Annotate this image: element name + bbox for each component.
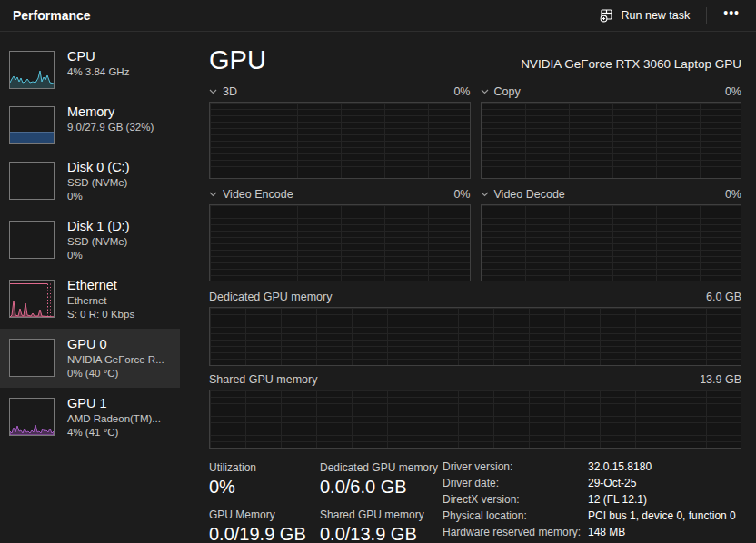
memory-chart-label: Shared GPU memory	[209, 373, 317, 386]
detail-value: 12 (FL 12.1)	[588, 493, 741, 507]
stat-label: Utilization	[209, 460, 320, 475]
gpu-detail-panel: GPU NVIDIA GeForce RTX 3060 Laptop GPU 3…	[180, 32, 756, 543]
chart-label: Video Decode	[494, 188, 565, 201]
detail-key: Hardware reserved memory:	[443, 526, 586, 539]
detail-value: 32.0.15.8180	[588, 460, 741, 474]
engine-charts-grid: 3D 0% Copy 0%	[209, 84, 741, 290]
sidebar-item-title: CPU	[67, 48, 129, 65]
sidebar-item-title: Disk 1 (D:)	[67, 218, 129, 235]
gpu0-mini-chart	[9, 339, 55, 377]
sidebar-item-title: Disk 0 (C:)	[67, 159, 129, 176]
chart-block-video-decode: Video Decode 0%	[481, 187, 742, 281]
sidebar-item-detail: 4% (41 °C)	[67, 426, 161, 439]
disk1-mini-chart	[9, 221, 55, 259]
shared-memory-block: Shared GPU memory 13.9 GB	[209, 372, 741, 449]
chart-block-3d: 3D 0%	[209, 84, 471, 179]
chart-block-video-encode: Video Encode 0%	[209, 187, 471, 281]
top-bar: Performance Run new task •••	[0, 0, 756, 32]
chart-block-copy: Copy 0%	[481, 84, 742, 179]
gpu-device-name: NVIDIA GeForce RTX 3060 Laptop GPU	[521, 57, 741, 75]
memory-chart-label: Dedicated GPU memory	[209, 291, 332, 303]
stat-label: GPU Memory	[209, 508, 320, 522]
run-new-task-label: Run new task	[622, 9, 691, 22]
memory-chart-capacity: 13.9 GB	[700, 373, 741, 386]
sidebar-item-memory[interactable]: Memory 9.0/27.9 GB (32%)	[0, 96, 180, 152]
gpu-panel-title: GPU	[209, 44, 266, 75]
detail-value: 148 MB	[588, 526, 741, 539]
chart-label: 3D	[223, 85, 237, 98]
sidebar-item-detail: SSD (NVMe)	[67, 235, 129, 249]
sidebar-item-title: Memory	[67, 104, 154, 121]
memory-chart-capacity: 6.0 GB	[706, 291, 741, 303]
memory-mini-chart	[9, 106, 55, 144]
sidebar-item-detail: 0% (40 °C)	[67, 367, 164, 380]
chevron-down-icon[interactable]	[481, 89, 489, 94]
top-bar-actions: Run new task •••	[592, 4, 747, 27]
sidebar-item-cpu[interactable]: CPU 4% 3.84 GHz	[0, 41, 180, 96]
sidebar-item-title: GPU 0	[67, 336, 164, 353]
sidebar-item-detail: S: 0 R: 0 Kbps	[67, 308, 134, 321]
sidebar-item-detail: 0%	[67, 249, 129, 262]
run-new-task-button[interactable]: Run new task	[592, 5, 698, 26]
chart-utilization-value: 0%	[725, 85, 741, 98]
sidebar-item-detail: AMD Radeon(TM)...	[67, 412, 161, 426]
sidebar-item-detail: 9.0/27.9 GB (32%)	[67, 121, 154, 134]
chart-video-decode[interactable]	[481, 204, 742, 281]
chart-shared-gpu-memory[interactable]	[209, 390, 741, 449]
chart-utilization-value: 0%	[453, 85, 470, 98]
sidebar-item-detail: 4% 3.84 GHz	[67, 65, 129, 79]
chart-utilization-value: 0%	[453, 188, 470, 201]
chart-label: Video Encode	[223, 188, 293, 201]
stat-value: 0.0/13.9 GB	[320, 522, 443, 543]
sidebar-item-detail: NVIDIA GeForce R...	[67, 353, 164, 367]
sidebar-item-title: Ethernet	[67, 277, 134, 294]
sidebar-item-ethernet[interactable]: Ethernet Ethernet S: 0 R: 0 Kbps	[0, 270, 180, 329]
stat-label: Dedicated GPU memory	[320, 460, 443, 475]
sidebar-item-title: GPU 1	[67, 395, 161, 412]
sidebar-item-detail: Ethernet	[67, 294, 134, 308]
ethernet-mini-chart	[9, 280, 55, 318]
chevron-down-icon[interactable]	[209, 192, 217, 197]
chart-3d[interactable]	[209, 102, 471, 179]
detail-key: Driver date:	[443, 477, 586, 490]
dedicated-memory-block: Dedicated GPU memory 6.0 GB	[209, 290, 741, 366]
gpu-header: GPU NVIDIA GeForce RTX 3060 Laptop GPU	[209, 44, 741, 75]
gpu-stats: Utilization 0% GPU Memory 0.0/19.9 GB De…	[209, 459, 741, 543]
detail-key: DirectX version:	[443, 493, 586, 507]
detail-value: 29-Oct-25	[588, 477, 741, 490]
chart-utilization-value: 0%	[725, 188, 741, 201]
chevron-down-icon[interactable]	[209, 89, 217, 94]
chevron-down-icon[interactable]	[481, 192, 489, 197]
run-new-task-icon	[600, 8, 614, 23]
detail-value: PCI bus 1, device 0, function 0	[588, 509, 741, 523]
disk0-mini-chart	[9, 162, 55, 200]
performance-sidebar: CPU 4% 3.84 GHz Memory 9.0/27.9 GB (32%)	[0, 32, 180, 543]
chart-copy[interactable]	[481, 102, 742, 179]
sidebar-item-gpu0[interactable]: GPU 0 NVIDIA GeForce R... 0% (40 °C)	[0, 329, 180, 388]
stat-value: 0.0/6.0 GB	[320, 475, 443, 499]
sidebar-item-detail: 0%	[67, 190, 129, 203]
gpu1-mini-chart	[9, 398, 55, 436]
content-area: CPU 4% 3.84 GHz Memory 9.0/27.9 GB (32%)	[0, 32, 756, 543]
detail-key: Driver version:	[443, 460, 586, 474]
stat-value: 0.0/19.9 GB	[209, 522, 320, 543]
cpu-mini-chart	[9, 51, 55, 89]
sidebar-item-disk1[interactable]: Disk 1 (D:) SSD (NVMe) 0%	[0, 211, 180, 270]
more-options-button[interactable]: •••	[716, 4, 747, 27]
detail-key: Physical location:	[443, 509, 586, 523]
sidebar-item-detail: SSD (NVMe)	[67, 176, 129, 190]
page-title: Performance	[13, 8, 91, 23]
sidebar-item-disk0[interactable]: Disk 0 (C:) SSD (NVMe) 0%	[0, 152, 180, 211]
chart-label: Copy	[494, 85, 521, 98]
sidebar-item-gpu1[interactable]: GPU 1 AMD Radeon(TM)... 4% (41 °C)	[0, 388, 180, 447]
gpu-details-list: Driver version: 32.0.15.8180 Driver date…	[443, 459, 741, 543]
chart-video-encode[interactable]	[209, 204, 471, 281]
chart-dedicated-gpu-memory[interactable]	[209, 307, 741, 366]
stat-value: 0%	[209, 475, 320, 499]
task-manager-window: Performance Run new task •••	[0, 0, 756, 543]
stat-label: Shared GPU memory	[320, 508, 443, 522]
toolbar-divider	[706, 7, 707, 24]
